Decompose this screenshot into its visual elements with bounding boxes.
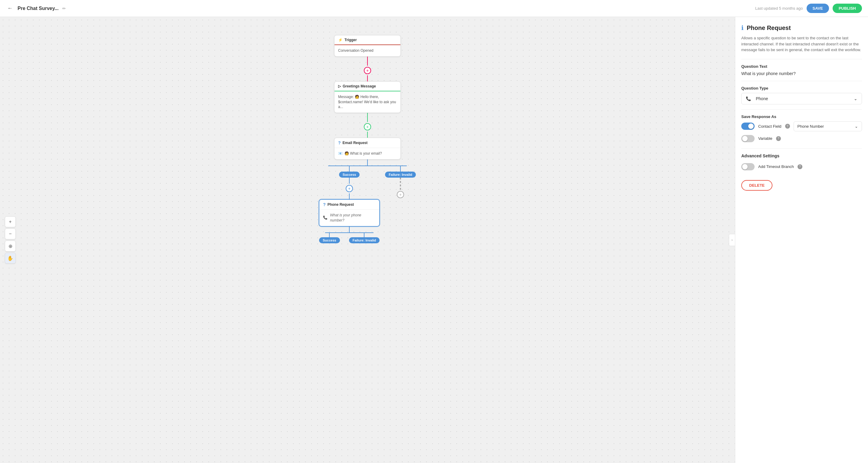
email-request-node[interactable]: ? Email Request 📧 🧑 What is your email? [334,138,401,160]
email-body-text: 🧑 What is your email? [344,151,382,156]
phone-branch-h [325,232,373,233]
page-title: Pre Chat Survey... [18,6,59,11]
trigger-icon: ⚡ [338,38,343,42]
email-envelope-icon: 📧 [338,151,343,156]
timeout-label: Add Timeout Branch [758,164,794,169]
phone-number-label: Phone Number [798,124,824,128]
trigger-body-text: Conversation Opened [338,49,373,53]
phone-number-chevron-icon: ⌄ [855,124,858,128]
panel-description: Allows a specific question to be sent to… [741,35,862,53]
divider-4 [741,148,862,149]
panel-info-icon: ℹ [741,24,744,31]
success-branch: Success + ? Phone Request [319,166,379,243]
contact-field-help-icon[interactable]: ? [785,124,790,128]
line-green [367,113,368,122]
question-type-value: Phone [756,96,768,101]
back-button[interactable]: ← [6,4,14,13]
email-body: 📧 🧑 What is your email? [335,148,400,159]
line-green-2 [367,132,368,138]
panel-content: ℹ Phone Request Allows a specific questi… [735,17,868,198]
flow-container: ⚡ Trigger Conversation Opened + ▷ Greeti… [322,35,413,243]
line-blue-left2 [349,178,350,184]
connector-2: + [364,113,371,138]
question-type-value-row: 📞 Phone [746,96,768,101]
greetings-icon: ▷ [338,84,341,88]
edit-icon[interactable]: ✏ [62,6,66,11]
greetings-label: Greetings Message [343,84,376,88]
phone-body-icon: 📞 [323,215,328,220]
save-button[interactable]: SAVE [807,4,829,13]
panel-title: Phone Request [747,25,791,31]
question-type-section: Question Type 📞 Phone ⌄ [741,86,862,105]
line-blue-phone-out [349,226,350,232]
collapse-panel-button[interactable]: › [729,234,735,246]
fit-button[interactable]: ⊕ [5,240,16,252]
trigger-label: Trigger [344,38,357,42]
branch-line-h [328,166,407,166]
contact-field-label: Contact Field [758,124,781,128]
toggle-thumb-variable [742,136,748,141]
success-badge: Success [339,172,360,178]
toggle-thumb-contact [748,123,754,129]
failure-branch: Failure: Invalid + [385,166,416,243]
right-panel: ℹ Phone Request Allows a specific questi… [735,17,868,463]
greetings-body-text: Message: 🧑 Hello there, $contact.name! W… [338,95,396,109]
email-label: Email Request [343,141,368,145]
line-blue-right [400,166,401,172]
phone-number-dropdown[interactable]: Phone Number ⌄ [794,121,862,131]
line-blue-left3 [349,193,350,199]
line-phone-failure [364,232,365,237]
phone-header: ? Phone Request [319,200,379,210]
variable-label: Variable [758,136,772,141]
email-icon: ? [338,140,341,145]
question-type-select[interactable]: 📞 Phone ⌄ [741,93,862,105]
branch-container: Success + ? Phone Request [322,160,413,243]
add-button-2[interactable]: + [364,123,371,131]
add-button-failure[interactable]: + [397,191,404,198]
header: ← Pre Chat Survey... ✏ Last updated 5 mo… [0,0,868,17]
header-left: ← Pre Chat Survey... ✏ [6,4,66,13]
timeout-toggle[interactable] [741,163,754,170]
variable-help-icon[interactable]: ? [776,136,781,141]
line-red [367,57,368,66]
question-text-section: Question Text What is your phone number? [741,64,862,76]
greetings-node[interactable]: ▷ Greetings Message Message: 🧑 Hello the… [334,81,401,113]
phone-failure-badge: Failure: Invalid [349,237,380,243]
delete-button[interactable]: DELETE [741,180,772,191]
line-phone-success [329,232,330,237]
contact-field-toggle[interactable] [741,122,754,130]
header-right: Last updated 5 months ago SAVE PUBLISH [755,4,862,13]
line-blue-top [367,160,368,166]
save-response-label: Save Response As [741,114,862,119]
panel-title-row: ℹ Phone Request [741,24,862,31]
question-text-label: Question Text [741,64,862,69]
publish-button[interactable]: PUBLISH [833,4,862,13]
line-blue-left [349,166,350,172]
canvas-area[interactable]: + − ⊕ ✋ › ⚡ Trigger Conversation Opened [0,17,735,463]
email-header: ? Email Request [335,138,400,148]
add-button-success[interactable]: + [346,185,353,192]
advanced-settings-title: Advanced Settings [741,153,862,158]
phone-success-badge: Success [319,237,340,243]
phone-body-text: What is your phone number? [330,213,376,223]
last-updated-text: Last updated 5 months ago [755,6,803,10]
line-red-2 [367,75,368,81]
save-response-section: Save Response As Contact Field ? Phone N… [741,114,862,142]
zoom-out-button[interactable]: − [5,229,16,239]
connector-1: + [364,57,371,81]
canvas-tools: + − ⊕ ✋ [5,216,16,264]
greetings-body: Message: 🧑 Hello there, $contact.name! W… [335,91,400,113]
zoom-in-button[interactable]: + [5,216,16,227]
failure-badge: Failure: Invalid [385,172,416,178]
add-button-1[interactable]: + [364,67,371,74]
pan-button[interactable]: ✋ [5,253,16,264]
phone-label: Phone Request [328,202,354,207]
phone-request-node[interactable]: ? Phone Request 📞 What is your phone num… [319,199,379,226]
timeout-help-icon[interactable]: ? [798,164,802,169]
phone-body-row: 📞 What is your phone number? [323,213,376,223]
advanced-settings-section: Advanced Settings Add Timeout Branch ? [741,153,862,170]
divider-3 [741,109,862,110]
contact-field-row: Contact Field ? Phone Number ⌄ [741,121,862,131]
trigger-node[interactable]: ⚡ Trigger Conversation Opened [334,35,401,57]
variable-toggle[interactable] [741,135,754,142]
